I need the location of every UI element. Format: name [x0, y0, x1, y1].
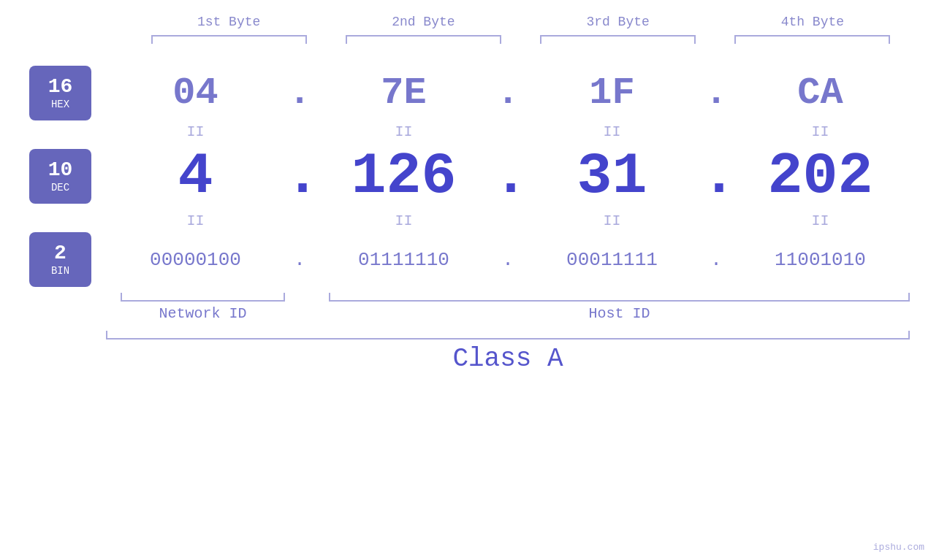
host-id-label: Host ID — [588, 305, 650, 322]
byte-header-2: 2nd Byte — [326, 15, 520, 29]
bin-values-row: 00000100 . 01111110 . 00011111 . 1100101… — [106, 249, 910, 271]
network-id-label: Network ID — [159, 305, 246, 322]
eq-1-2: II — [314, 123, 493, 140]
dec-dot-1: . — [285, 143, 314, 210]
main-container: 1st Byte 2nd Byte 3rd Byte 4th Byte 16 H… — [0, 0, 939, 560]
eq-2-3: II — [522, 212, 702, 229]
class-label-wrap: Class A — [106, 344, 910, 374]
top-bracket-row — [29, 35, 910, 44]
eq-1-3: II — [522, 123, 702, 140]
top-bracket-3 — [540, 35, 696, 44]
hex-row: 16 HEX 04 . 7E . 1F . CA — [29, 66, 910, 120]
class-bracket — [106, 331, 910, 340]
hex-badge-number: 16 — [48, 77, 73, 97]
network-id-label-wrap: Network ID — [106, 305, 300, 322]
eq-2-1: II — [106, 212, 285, 229]
dec-dot-2: . — [493, 143, 522, 210]
byte-headers: 1st Byte 2nd Byte 3rd Byte 4th Byte — [29, 15, 910, 29]
bracket-cell-2 — [326, 35, 520, 44]
dec-dot-3: . — [702, 143, 731, 210]
bin-dot-2: . — [493, 249, 522, 271]
hex-dot-2: . — [493, 72, 522, 115]
dec-byte-1: 4 — [106, 143, 285, 210]
brackets-flex — [106, 293, 910, 302]
bin-dot-1: . — [285, 249, 314, 271]
bracket-labels-flex: Network ID Host ID — [106, 305, 910, 322]
dec-byte-3: 31 — [522, 143, 702, 210]
byte-header-1: 1st Byte — [132, 15, 326, 29]
byte-header-4: 4th Byte — [715, 15, 910, 29]
hex-byte-1: 04 — [106, 72, 285, 115]
eq-1-1: II — [106, 123, 285, 140]
eq-2-4: II — [731, 212, 910, 229]
bin-byte-1: 00000100 — [106, 249, 285, 271]
eq-1-4: II — [731, 123, 910, 140]
bin-badge-label: BIN — [51, 265, 69, 277]
dec-byte-4: 202 — [731, 143, 910, 210]
class-bracket-area: Class A — [29, 331, 910, 374]
bin-byte-2: 01111110 — [314, 249, 493, 271]
top-bracket-1 — [151, 35, 307, 44]
host-id-label-wrap: Host ID — [329, 305, 910, 322]
network-id-bracket — [121, 293, 285, 302]
brackets-area: Network ID Host ID — [29, 293, 910, 322]
byte-header-3: 3rd Byte — [521, 15, 715, 29]
bracket-cell-3 — [521, 35, 715, 44]
bin-byte-4: 11001010 — [731, 249, 910, 271]
hex-dot-1: . — [285, 72, 314, 115]
hex-dot-3: . — [702, 72, 731, 115]
dec-badge-label: DEC — [51, 182, 69, 193]
equals-row-1: II II II II — [29, 123, 910, 140]
bracket-cell-4 — [715, 35, 910, 44]
dec-values-row: 4 . 126 . 31 . 202 — [106, 143, 910, 210]
bin-row: 2 BIN 00000100 . 01111110 . 00011111 . — [29, 232, 910, 287]
top-bracket-2 — [346, 35, 501, 44]
hex-badge-label: HEX — [51, 99, 69, 110]
hex-byte-4: CA — [731, 72, 910, 115]
hex-byte-2: 7E — [314, 72, 493, 115]
bin-dot-3: . — [702, 249, 731, 271]
watermark: ipshu.com — [873, 542, 924, 553]
net-bracket-container — [106, 293, 300, 302]
bin-byte-3: 00011111 — [522, 249, 702, 271]
bin-badge-number: 2 — [54, 243, 66, 264]
top-bracket-4 — [734, 35, 890, 44]
bin-badge: 2 BIN — [29, 232, 91, 287]
dec-badge: 10 DEC — [29, 149, 91, 204]
bracket-cell-1 — [132, 35, 326, 44]
class-label: Class A — [452, 344, 563, 374]
dec-badge-number: 10 — [48, 160, 73, 180]
dec-row: 10 DEC 4 . 126 . 31 . 202 — [29, 143, 910, 210]
hex-badge: 16 HEX — [29, 66, 91, 120]
host-id-bracket — [329, 293, 910, 302]
eq-2-2: II — [314, 212, 493, 229]
dec-byte-2: 126 — [314, 143, 493, 210]
equals-row-2: II II II II — [29, 212, 910, 229]
hex-byte-3: 1F — [522, 72, 702, 115]
hex-values-row: 04 . 7E . 1F . CA — [106, 72, 910, 115]
